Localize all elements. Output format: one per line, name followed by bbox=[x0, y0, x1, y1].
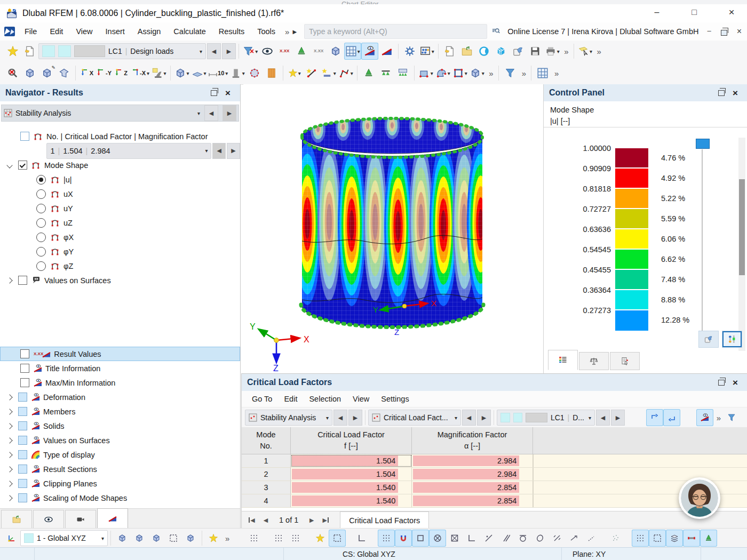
table-tab-critical-load-factors[interactable]: Critical Load Factors bbox=[340, 511, 429, 529]
scale-color-block[interactable] bbox=[615, 169, 648, 188]
scale-color-block[interactable] bbox=[615, 290, 648, 309]
sync-view-icon[interactable] bbox=[663, 409, 680, 426]
list-item-values-on-surfaces[interactable]: Values on Surfaces bbox=[0, 433, 240, 447]
model-viewport[interactable]: X Y Z X Y Z bbox=[243, 84, 543, 373]
tree-row-component-phiz[interactable]: φZ bbox=[0, 259, 240, 273]
tree-row-component-u[interactable]: |u| bbox=[0, 172, 240, 187]
radio-phiz[interactable] bbox=[36, 261, 46, 271]
cell-critical-load-factor[interactable]: 1.504 bbox=[291, 454, 412, 467]
result-settings-icon[interactable] bbox=[401, 43, 418, 60]
load-case-combo[interactable]: LC1 | Design loads ▾ bbox=[38, 43, 206, 59]
next-result-button[interactable]: ▶ bbox=[477, 410, 491, 426]
grid-settings-icon[interactable] bbox=[270, 530, 287, 547]
maximize-button[interactable]: □ bbox=[682, 4, 706, 20]
checkbox[interactable] bbox=[18, 493, 27, 502]
new-shell-icon[interactable]: ▾ bbox=[434, 65, 451, 82]
dimension-icon[interactable]: 10▾ bbox=[208, 65, 229, 82]
menu-calculate[interactable]: Calculate bbox=[167, 24, 212, 39]
table-row[interactable]: 4 1.540 2.854 bbox=[242, 494, 747, 508]
checkbox[interactable] bbox=[18, 450, 27, 459]
radio-u-abs[interactable] bbox=[36, 175, 46, 185]
show-loads-icon[interactable] bbox=[293, 43, 310, 60]
surface-support-icon[interactable] bbox=[394, 65, 411, 82]
ortho-icon[interactable] bbox=[353, 530, 370, 547]
zoom-cancel-icon[interactable] bbox=[4, 65, 21, 82]
column-icon[interactable]: ▾ bbox=[229, 65, 246, 82]
object-snap-icon[interactable] bbox=[395, 530, 412, 547]
new-polyline-icon[interactable]: ▾ bbox=[337, 65, 354, 82]
snap-midpoint-icon[interactable] bbox=[514, 530, 531, 547]
export-scale-button[interactable] bbox=[698, 331, 719, 348]
new-solid-icon[interactable]: ▾ bbox=[468, 65, 486, 82]
cell-mode-no[interactable]: 2 bbox=[242, 468, 291, 481]
dlubal-center-icon[interactable] bbox=[475, 43, 492, 60]
rotate-cs-icon[interactable] bbox=[165, 530, 182, 547]
grid-points-icon[interactable] bbox=[287, 530, 304, 547]
prev-analysis-button[interactable]: ◀ bbox=[333, 410, 347, 426]
snap-center-icon[interactable] bbox=[429, 530, 446, 547]
tab-filter[interactable] bbox=[610, 352, 640, 370]
snap-parallel-icon[interactable] bbox=[497, 530, 514, 547]
menu-overflow-icon[interactable]: » bbox=[282, 27, 291, 36]
expander-closed-icon[interactable] bbox=[6, 409, 12, 414]
list-item-result-values[interactable]: X.XX Result Values bbox=[0, 347, 240, 361]
show-solids-icon[interactable] bbox=[327, 43, 344, 60]
new-model-icon[interactable] bbox=[4, 43, 21, 60]
expander-closed-icon[interactable] bbox=[6, 277, 12, 283]
table-filter-icon[interactable] bbox=[723, 409, 740, 426]
cell-critical-load-factor[interactable]: 1.540 bbox=[291, 494, 412, 507]
snap-extension-icon[interactable] bbox=[566, 530, 583, 547]
float-panel-icon[interactable] bbox=[714, 87, 728, 99]
grid-visibility-icon[interactable] bbox=[245, 530, 263, 547]
values-on-surfaces-checkbox[interactable] bbox=[18, 276, 27, 285]
tab-factors[interactable] bbox=[579, 352, 609, 370]
cell-magnification-factor[interactable]: 2.854 bbox=[412, 494, 533, 507]
tree-row-component-ux[interactable]: uX bbox=[0, 187, 240, 201]
scale-color-block[interactable] bbox=[615, 189, 648, 208]
scale-color-block[interactable] bbox=[615, 148, 648, 167]
cell-empty[interactable] bbox=[533, 468, 747, 481]
list-item-solids[interactable]: Solids bbox=[0, 419, 240, 433]
move-cs-icon[interactable] bbox=[148, 530, 165, 547]
show-mesh-icon[interactable]: ▾ bbox=[344, 43, 361, 60]
mode-shape-checkbox[interactable] bbox=[18, 161, 27, 170]
new-member-icon[interactable]: ▾ bbox=[320, 65, 337, 82]
keyword-search-input[interactable] bbox=[304, 24, 487, 39]
next-mode-button[interactable]: ▶ bbox=[227, 143, 240, 159]
toolbar-overflow-icon[interactable]: » bbox=[551, 69, 561, 78]
save-icon[interactable] bbox=[527, 43, 544, 60]
radio-ux[interactable] bbox=[36, 189, 46, 199]
menu-results[interactable]: Results bbox=[212, 24, 251, 39]
open-file-icon[interactable] bbox=[458, 43, 475, 60]
toolbar-overflow-icon[interactable]: » bbox=[594, 47, 603, 56]
list-item-result-sections[interactable]: Result Sections bbox=[0, 462, 240, 476]
edit-scale-button[interactable] bbox=[722, 331, 742, 348]
navigator-tab-data[interactable] bbox=[1, 510, 32, 528]
table-menu-view[interactable]: View bbox=[347, 395, 375, 403]
doc-close-icon[interactable]: × bbox=[737, 27, 742, 36]
toolbar-overflow-icon[interactable]: » bbox=[713, 413, 723, 422]
table-menu-goto[interactable]: Go To bbox=[246, 395, 278, 403]
new-cs-icon[interactable] bbox=[114, 530, 131, 547]
scale-color-block[interactable] bbox=[615, 209, 648, 228]
table-loadcase-combo[interactable]: LC1 | D... ▾ bbox=[497, 410, 595, 426]
scale-color-block[interactable] bbox=[615, 229, 648, 249]
view-z-icon[interactable]: Z bbox=[113, 65, 130, 82]
checkbox[interactable] bbox=[20, 349, 29, 358]
cell-critical-load-factor[interactable]: 1.504 bbox=[291, 468, 412, 481]
toolbar-overflow-icon[interactable]: » bbox=[222, 534, 232, 543]
close-panel-icon[interactable]: × bbox=[221, 87, 235, 99]
tab-color-scale[interactable] bbox=[548, 350, 578, 370]
float-panel-icon[interactable] bbox=[207, 87, 221, 99]
list-item-deformation[interactable]: Deformation bbox=[0, 390, 240, 404]
list-item-type-of-display[interactable]: Type of display bbox=[0, 447, 240, 462]
close-panel-icon[interactable]: × bbox=[728, 377, 742, 388]
selection-window-icon[interactable] bbox=[649, 530, 666, 547]
prev-result-button[interactable]: ◀ bbox=[462, 410, 476, 426]
new-node-icon[interactable]: ▾ bbox=[286, 65, 303, 82]
next-analysis-button[interactable]: ▶ bbox=[348, 410, 362, 426]
tree-row-component-phix[interactable]: φX bbox=[0, 230, 240, 244]
filter-icon[interactable] bbox=[502, 65, 519, 82]
snap-grid-icon[interactable] bbox=[378, 530, 395, 547]
navigator-header[interactable]: Navigator - Results × bbox=[0, 84, 240, 101]
